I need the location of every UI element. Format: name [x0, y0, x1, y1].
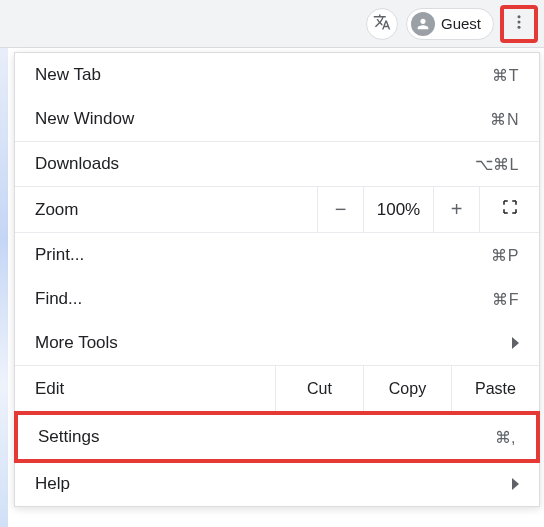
menu-item-zoom: Zoom − 100% + — [15, 186, 539, 232]
menu-shortcut: ⌘N — [490, 110, 519, 129]
menu-label: Print... — [35, 245, 84, 265]
menu-label: Settings — [38, 427, 99, 447]
menu-item-help[interactable]: Help — [15, 462, 539, 506]
translate-icon — [373, 13, 391, 35]
profile-label: Guest — [441, 15, 481, 32]
menu-label: Help — [35, 474, 70, 494]
menu-shortcut: ⌘F — [492, 290, 519, 309]
menu-item-more-tools[interactable]: More Tools — [15, 321, 539, 365]
fullscreen-icon — [501, 198, 519, 221]
edit-copy-button[interactable]: Copy — [363, 366, 451, 411]
svg-point-0 — [518, 15, 521, 18]
menu-label: Downloads — [35, 154, 119, 174]
avatar-icon — [411, 12, 435, 36]
menu-item-new-tab[interactable]: New Tab ⌘T — [15, 53, 539, 97]
svg-point-1 — [518, 20, 521, 23]
fullscreen-button[interactable] — [479, 187, 539, 232]
menu-item-print[interactable]: Print... ⌘P — [15, 233, 539, 277]
menu-item-new-window[interactable]: New Window ⌘N — [15, 97, 539, 141]
profile-chip[interactable]: Guest — [406, 8, 494, 40]
menu-shortcut: ⌥⌘L — [475, 155, 519, 174]
browser-toolbar: Guest — [0, 0, 544, 48]
menu-label: More Tools — [35, 333, 118, 353]
menu-item-downloads[interactable]: Downloads ⌥⌘L — [15, 142, 539, 186]
menu-item-settings[interactable]: Settings ⌘, — [14, 411, 540, 463]
more-vertical-icon — [510, 13, 528, 35]
chrome-main-menu: New Tab ⌘T New Window ⌘N Downloads ⌥⌘L Z… — [14, 52, 540, 507]
menu-item-edit: Edit Cut Copy Paste — [15, 365, 539, 411]
menu-shortcut: ⌘, — [495, 428, 516, 447]
zoom-in-button[interactable]: + — [433, 187, 479, 232]
menu-label: New Tab — [35, 65, 101, 85]
edit-label: Edit — [15, 366, 275, 411]
menu-shortcut: ⌘T — [492, 66, 519, 85]
edit-cut-button[interactable]: Cut — [275, 366, 363, 411]
chevron-right-icon — [512, 337, 519, 349]
menu-item-find[interactable]: Find... ⌘F — [15, 277, 539, 321]
translate-button[interactable] — [366, 8, 398, 40]
chevron-right-icon — [512, 478, 519, 490]
menu-label: New Window — [35, 109, 134, 129]
page-edge — [0, 48, 8, 527]
edit-paste-button[interactable]: Paste — [451, 366, 539, 411]
zoom-out-button[interactable]: − — [317, 187, 363, 232]
menu-label: Find... — [35, 289, 82, 309]
menu-shortcut: ⌘P — [491, 246, 519, 265]
zoom-value: 100% — [363, 187, 433, 232]
svg-point-2 — [518, 25, 521, 28]
zoom-label: Zoom — [15, 187, 317, 232]
more-menu-button[interactable] — [502, 7, 536, 41]
